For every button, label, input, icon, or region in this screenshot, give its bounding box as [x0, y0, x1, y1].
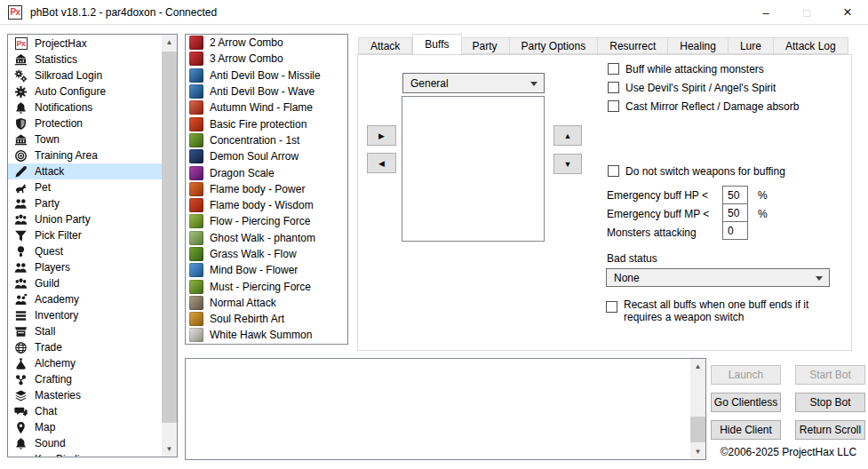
- tab-resurrect[interactable]: Resurrect: [598, 37, 668, 54]
- scroll-up-icon[interactable]: ▲: [162, 35, 177, 50]
- sidebar-item-key-bindings[interactable]: Key Bindings: [8, 451, 162, 457]
- sidebar-item-list: Px ProjectHax Statistics Silkroad Login …: [8, 36, 162, 457]
- selected-buff-demon-soul-arrow[interactable]: [402, 114, 544, 129]
- skill-icon: [189, 100, 203, 115]
- skill-item-flame-body-wisdom[interactable]: Flame body - Wisdom: [186, 197, 347, 213]
- skill-item-grass-walk-flow[interactable]: Grass Walk - Flow: [186, 246, 347, 262]
- sidebar-item-masteries[interactable]: Masteries: [8, 387, 162, 403]
- tab-party[interactable]: Party: [461, 37, 510, 54]
- skill-icon: [189, 198, 203, 212]
- mirror-reflect-row: Cast Mirror Reflect / Damage absorb: [608, 100, 799, 113]
- skill-item-2-arrow-combo[interactable]: 2 Arrow Combo: [186, 35, 347, 51]
- go-clientless-button[interactable]: Go Clientless: [711, 393, 781, 412]
- emergency-hp-input[interactable]: [722, 186, 748, 204]
- attack-pencil-icon: [13, 164, 28, 179]
- sidebar-item-statistics[interactable]: Statistics: [8, 52, 162, 68]
- sidebar-item-pet[interactable]: Pet: [8, 179, 162, 195]
- sidebar-item-attack[interactable]: Attack: [8, 163, 162, 179]
- sidebar-item-silkroad-login[interactable]: Silkroad Login: [8, 68, 162, 83]
- skill-item-anti-devil-bow-missile[interactable]: Anti Devil Bow - Missile: [186, 68, 347, 83]
- sidebar-item-stall[interactable]: Stall: [8, 323, 162, 339]
- skill-item-must-piercing-force[interactable]: Must - Piercing Force: [186, 278, 347, 294]
- recast-buffs-checkbox[interactable]: [606, 301, 617, 313]
- buff-while-attacking-checkbox[interactable]: [608, 63, 619, 75]
- close-button[interactable]: ×: [827, 0, 868, 25]
- tab-healing[interactable]: Healing: [668, 37, 729, 54]
- sidebar-item-alchemy[interactable]: Alchemy: [8, 355, 162, 371]
- sidebar-item-union-party[interactable]: Union Party: [8, 211, 162, 227]
- skill-item-soul-rebirth-art[interactable]: Soul Rebirth Art: [186, 311, 347, 327]
- skill-item-demon-soul-arrow[interactable]: Demon Soul Arrow: [186, 148, 347, 164]
- sidebar-item-sound[interactable]: Sound: [8, 435, 162, 451]
- stop-bot-button[interactable]: Stop Bot: [795, 393, 865, 412]
- sidebar-scrollbar-thumb[interactable]: [162, 52, 177, 423]
- skill-icon: [189, 231, 203, 245]
- sidebar-item-inventory[interactable]: Inventory: [8, 307, 162, 323]
- scroll-up-icon[interactable]: ▲: [690, 359, 705, 374]
- skill-item-3-arrow-combo[interactable]: 3 Arrow Combo: [186, 51, 347, 67]
- sidebar-nav: Px ProjectHax Statistics Silkroad Login …: [7, 34, 178, 457]
- move-buff-up-button[interactable]: ▲: [553, 125, 582, 146]
- selected-buff-flow-piercing-force[interactable]: [402, 159, 544, 174]
- selected-buff-concentration-1st[interactable]: [402, 129, 544, 144]
- sidebar-item-crafting[interactable]: Crafting: [8, 371, 162, 387]
- sidebar-item-academy[interactable]: Academy: [8, 291, 162, 307]
- skill-item-flow-piercing-force[interactable]: Flow - Piercing Force: [186, 213, 347, 229]
- skill-item-white-hawk-summon[interactable]: White Hawk Summon: [186, 327, 347, 343]
- tab-party-options[interactable]: Party Options: [510, 37, 599, 54]
- skill-item-flame-body-power[interactable]: Flame body - Power: [186, 181, 347, 197]
- sidebar-item-map[interactable]: Map: [8, 419, 162, 435]
- return-scroll-button[interactable]: Return Scroll: [795, 420, 865, 440]
- sidebar-item-guild[interactable]: Guild: [8, 275, 162, 291]
- log-scrollbar[interactable]: ▲ ▼: [690, 359, 705, 459]
- sidebar-item-training-area[interactable]: Training Area: [8, 147, 162, 163]
- buff-group-select[interactable]: General: [402, 73, 545, 93]
- sidebar-item-town[interactable]: Town: [8, 131, 162, 147]
- sidebar-item-quest[interactable]: Quest: [8, 243, 162, 259]
- skill-item-dragon-scale[interactable]: Dragon Scale: [186, 164, 347, 180]
- sidebar-item-chat[interactable]: Chat: [8, 403, 162, 419]
- bad-status-select[interactable]: None: [606, 268, 830, 287]
- emergency-mp-input[interactable]: [722, 203, 748, 222]
- sidebar-item-trade[interactable]: Trade: [8, 339, 162, 355]
- skill-item-concentration-1st[interactable]: Concentration - 1st: [186, 132, 347, 148]
- monsters-attacking-input[interactable]: [722, 221, 748, 240]
- sidebar-item-party[interactable]: Party: [8, 195, 162, 211]
- scroll-down-icon[interactable]: ▼: [162, 441, 177, 457]
- minimize-button[interactable]: –: [745, 0, 786, 25]
- flask-icon: [13, 356, 28, 370]
- selected-buff-flame-body-power[interactable]: [402, 144, 544, 159]
- sidebar-item-auto-configure[interactable]: A Auto Configure: [8, 83, 162, 99]
- devils-spirit-checkbox[interactable]: [608, 82, 619, 93]
- tab-buffs[interactable]: Buffs: [412, 34, 461, 54]
- hide-client-button[interactable]: Hide Client: [711, 420, 781, 440]
- skill-item-autumn-wind-flame[interactable]: Autumn Wind - Flame: [186, 99, 347, 115]
- sidebar-item-protection[interactable]: Protection: [8, 115, 162, 131]
- add-buff-button[interactable]: ▶: [367, 125, 396, 146]
- tab-attack[interactable]: Attack: [358, 37, 412, 54]
- sidebar-item-players[interactable]: Players: [8, 259, 162, 275]
- log-line-12-46-40-blacksmith-purchasing-arrow-1000: [188, 360, 688, 372]
- skill-item-normal-attack[interactable]: Normal Attack: [186, 295, 347, 311]
- move-buff-down-button[interactable]: ▼: [553, 154, 582, 174]
- sidebar-item-pick-filter[interactable]: Pick Filter: [8, 227, 162, 243]
- tab-attack-log[interactable]: Attack Log: [774, 37, 848, 54]
- sidebar-item-notifications[interactable]: Notifications: [8, 99, 162, 115]
- mirror-reflect-checkbox[interactable]: [608, 100, 619, 112]
- sidebar-item-projecthax[interactable]: Px ProjectHax: [8, 36, 162, 52]
- skill-item-basic-fire-protection[interactable]: Basic Fire protection: [186, 115, 347, 131]
- skill-icon: [189, 133, 203, 147]
- skill-item-anti-devil-bow-wave[interactable]: Anti Devil Bow - Wave: [186, 83, 347, 99]
- no-weapon-switch-checkbox[interactable]: [608, 165, 619, 177]
- tab-lure[interactable]: Lure: [729, 37, 774, 54]
- dog-icon: [13, 180, 28, 195]
- log-scrollbar-thumb[interactable]: [690, 417, 705, 442]
- skill-item-mind-bow-flower[interactable]: Mind Bow - Flower: [186, 262, 347, 278]
- selected-buff-basic-fire-protection[interactable]: [402, 99, 544, 114]
- log-line-12-46-41-recv-opcode-0xb034-data-01080200010ea90100000000: [188, 422, 688, 434]
- remove-buff-button[interactable]: ◀: [367, 153, 396, 173]
- skill-icon: [189, 117, 203, 131]
- skill-item-ghost-walk-phantom[interactable]: Ghost Walk - phantom: [186, 230, 347, 246]
- scroll-down-icon[interactable]: ▼: [690, 444, 705, 459]
- sidebar-scrollbar[interactable]: ▲ ▼: [162, 35, 177, 457]
